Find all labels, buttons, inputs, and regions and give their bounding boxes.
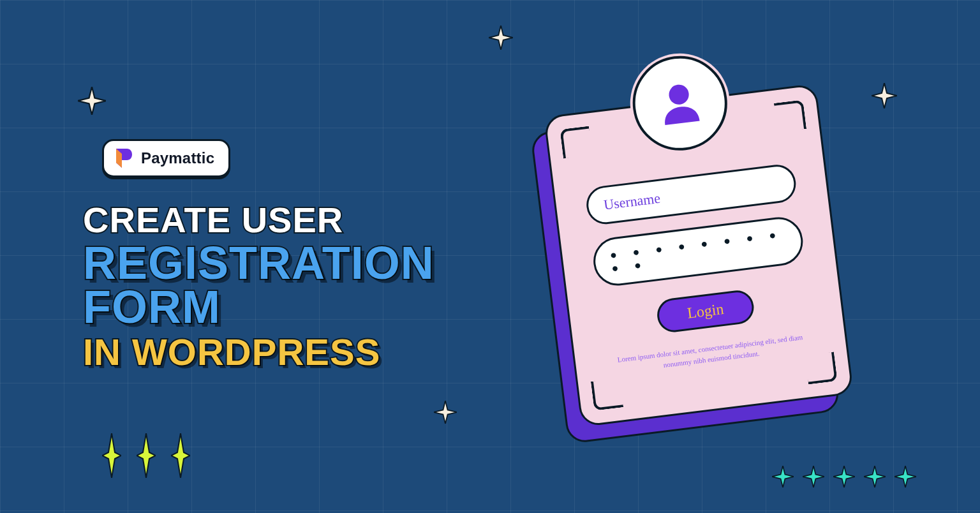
password-input[interactable]: ● ● ● ● ● ● ● ● ● ● (591, 214, 806, 288)
sparkle-icon (434, 401, 457, 424)
login-card: Username ● ● ● ● ● ● ● ● ● ● Login Lorem… (544, 84, 854, 428)
login-button[interactable]: Login (655, 288, 755, 334)
sparkle-icon (489, 26, 513, 50)
sparkle-icon (872, 83, 897, 108)
headline-line1: CREATE USER (83, 203, 542, 237)
corner-bracket-icon (560, 126, 592, 158)
brand-name: Paymattic (141, 149, 214, 167)
corner-bracket-icon (805, 352, 837, 384)
sparkle-row-teal (772, 466, 916, 487)
card-face: Username ● ● ● ● ● ● ● ● ● ● Login Lorem… (544, 84, 854, 428)
headline: CREATE USER REGISTRATION FORM IN WORDPRE… (83, 203, 542, 370)
username-input[interactable]: Username (584, 163, 798, 227)
brand-pill: Paymattic (102, 139, 230, 177)
corner-bracket-icon (774, 100, 806, 132)
headline-line3: IN WORDPRESS (83, 334, 542, 370)
card-helper-text: Lorem ipsum dolor sit amet, consectetuer… (605, 331, 817, 377)
corner-bracket-icon (591, 378, 623, 410)
sparkle-cluster-yellow (102, 433, 190, 478)
paymattic-logo-icon (114, 147, 133, 169)
svg-point-0 (668, 84, 690, 106)
headline-line2: REGISTRATION FORM (83, 241, 542, 329)
user-icon (652, 75, 708, 131)
sparkle-icon (78, 87, 106, 115)
